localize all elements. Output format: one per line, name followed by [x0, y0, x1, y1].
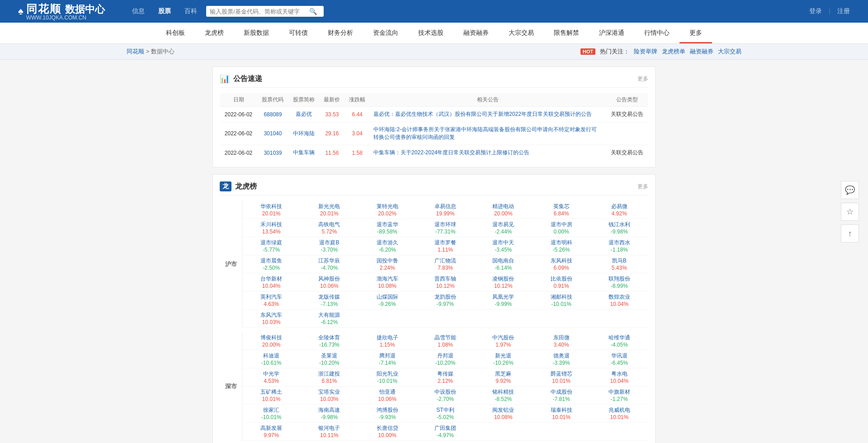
navbar-item-hangqing[interactable]: 行情中心 [634, 23, 679, 43]
stock-name[interactable]: 银河电子 [302, 424, 357, 432]
stock-name[interactable]: 黑芝麻 [476, 370, 531, 378]
login-link[interactable]: 登录 [809, 7, 822, 15]
stock-name[interactable]: 全陵体育 [302, 334, 357, 342]
sidebar-star-btn[interactable]: ☆ [841, 203, 859, 221]
stock-name[interactable]: 龙韵股份 [418, 293, 473, 301]
stock-name[interactable]: 新光退 [476, 352, 531, 360]
navbar-item-dazong[interactable]: 大宗交易 [499, 23, 544, 43]
stock-name[interactable]: 退市中房 [533, 221, 589, 229]
ann-name-link-1[interactable]: 中环海陆 [293, 130, 315, 137]
dragon-tiger-more[interactable]: 更多 [637, 183, 648, 191]
search-input[interactable] [210, 8, 309, 15]
navbar-item-hudian[interactable]: 沪深港通 [589, 23, 634, 43]
stock-name[interactable]: 国电南自 [476, 257, 531, 265]
stock-name[interactable]: 湘邮科技 [533, 293, 589, 301]
nav-item-wiki[interactable]: 百科 [184, 7, 197, 15]
ann-notice-link-1[interactable]: 中环海陆:2-会计师事务所关于张家港中环海陆高端装备股份有限公司申请向不特定对象… [373, 126, 597, 140]
stock-name[interactable]: 中旗新材 [592, 388, 647, 396]
nav-item-info[interactable]: 信息 [132, 7, 145, 15]
stock-name[interactable]: 禾川科技 [244, 221, 299, 229]
stock-name[interactable]: 退市明科 [533, 239, 589, 247]
stock-name[interactable]: 山煤国际 [360, 293, 415, 301]
navbar-item-more[interactable]: 更多 [679, 23, 712, 43]
stock-name[interactable]: 退市罗餐 [418, 239, 473, 247]
navbar-item-zijin[interactable]: 资金流向 [363, 23, 408, 43]
stock-name[interactable]: 中成股份 [533, 388, 589, 396]
stock-name[interactable]: 钱江水利 [592, 221, 647, 229]
navbar-item-longhubang[interactable]: 龙虎榜 [195, 23, 234, 43]
hot-item-1[interactable]: 龙虎榜单 [662, 48, 685, 56]
navbar-item-xianshou[interactable]: 限售解禁 [544, 23, 589, 43]
stock-name[interactable]: 徐家汇 [244, 406, 299, 414]
stock-name[interactable]: 高新发展 [244, 424, 299, 432]
stock-name[interactable]: 华依科技 [244, 203, 299, 210]
register-link[interactable]: 注册 [837, 7, 850, 15]
stock-name[interactable]: 退市中天 [476, 239, 531, 247]
stock-name[interactable]: 长唐信贷 [360, 424, 415, 432]
search-icon[interactable]: 🔍 [309, 8, 317, 15]
stock-name[interactable]: 退市游久 [360, 239, 415, 247]
navbar-item-xingushuju[interactable]: 新股数据 [234, 23, 279, 43]
navbar-item-kez[interactable]: 可转债 [279, 23, 318, 43]
stock-name[interactable]: 闽发铝业 [476, 406, 531, 414]
ann-name-link-0[interactable]: 嘉必优 [296, 111, 312, 117]
stock-name[interactable]: 阳光乳业 [360, 370, 415, 378]
navbar-item-jishu[interactable]: 技术选股 [408, 23, 453, 43]
stock-name[interactable]: 退市环球 [418, 221, 473, 229]
navbar-item-caiwu[interactable]: 财务分析 [318, 23, 363, 43]
stock-name[interactable]: 东风科技 [533, 257, 589, 265]
stock-name[interactable]: 英集芯 [533, 203, 589, 210]
stock-name[interactable]: 退市蓝华 [360, 221, 415, 229]
stock-name[interactable]: 必易微 [592, 203, 647, 210]
stock-name[interactable]: 风神股份 [302, 275, 357, 283]
hot-item-2[interactable]: 融资融券 [690, 48, 713, 56]
stock-name[interactable]: 渤海汽车 [360, 275, 415, 283]
stock-name[interactable]: 博俊科技 [244, 334, 299, 342]
stock-name[interactable]: 凤凰光学 [476, 293, 531, 301]
stock-name[interactable]: 退市晨鱼 [244, 257, 299, 265]
navbar-item-rongzi[interactable]: 融资融券 [453, 23, 499, 43]
sidebar-top-btn[interactable]: ↑ [841, 224, 859, 243]
stock-name[interactable]: 华讯退 [592, 352, 647, 360]
stock-name[interactable]: 晋西车轴 [418, 275, 473, 283]
stock-name[interactable]: 宝塔实业 [302, 388, 357, 396]
breadcrumb-home[interactable]: 同花顺 [127, 48, 144, 55]
ann-notice-link-0[interactable]: 嘉必优：嘉必优生物技术（武汉）股份有限公司关于新增2022年度日常关联交易预计的… [373, 111, 592, 117]
hot-item-3[interactable]: 大宗交易 [718, 48, 741, 56]
stock-name[interactable]: 鸿博股份 [360, 406, 415, 414]
stock-name[interactable]: 丹邦退 [418, 352, 473, 360]
stock-name[interactable]: 比依股份 [533, 275, 589, 283]
stock-name[interactable]: 台华新材 [244, 275, 299, 283]
navbar-item-kechuang[interactable]: 科创板 [156, 23, 195, 43]
stock-name[interactable]: 粤传媒 [418, 370, 473, 378]
stock-name[interactable]: 科迪退 [244, 352, 299, 360]
stock-name[interactable]: 海南高速 [302, 406, 357, 414]
stock-name[interactable]: 腾邦退 [360, 352, 415, 360]
stock-name[interactable]: 龙版传媒 [302, 293, 357, 301]
stock-name[interactable]: 新光光电 [302, 203, 357, 210]
stock-name[interactable]: 莱特光电 [360, 203, 415, 210]
stock-name[interactable]: 凌钢股份 [476, 275, 531, 283]
stock-name[interactable]: 广汇物流 [418, 257, 473, 265]
stock-name[interactable]: 中汽股份 [476, 334, 531, 342]
stock-name[interactable]: 英利汽车 [244, 293, 299, 301]
stock-name[interactable]: 爵蓝锂芯 [533, 370, 589, 378]
stock-name[interactable]: 东田微 [533, 334, 589, 342]
stock-name[interactable]: 高铁电气 [302, 221, 357, 229]
stock-name[interactable]: 瑞泰科技 [533, 406, 589, 414]
stock-name[interactable]: 凯马B [592, 257, 647, 265]
ann-name-link-2[interactable]: 中集车辆 [293, 149, 315, 156]
stock-name[interactable]: 卓易信息 [418, 203, 473, 210]
stock-name[interactable]: 数煌农业 [592, 293, 647, 301]
stock-name[interactable]: 联翔股份 [592, 275, 647, 283]
ann-code-link-1[interactable]: 301040 [264, 130, 282, 137]
stock-name[interactable]: 广田集团 [418, 424, 473, 432]
stock-name[interactable]: 五矿稀土 [244, 388, 299, 396]
stock-name[interactable]: 东风汽车 [244, 311, 299, 319]
nav-item-stock[interactable]: 股票 [158, 7, 171, 15]
stock-name[interactable]: 浙江建投 [302, 370, 357, 378]
stock-name[interactable]: ST中利 [418, 406, 473, 414]
stock-name[interactable]: 铭科精技 [476, 388, 531, 396]
ann-code-link-2[interactable]: 301039 [264, 150, 282, 156]
stock-name[interactable]: 捷欣电子 [360, 334, 415, 342]
